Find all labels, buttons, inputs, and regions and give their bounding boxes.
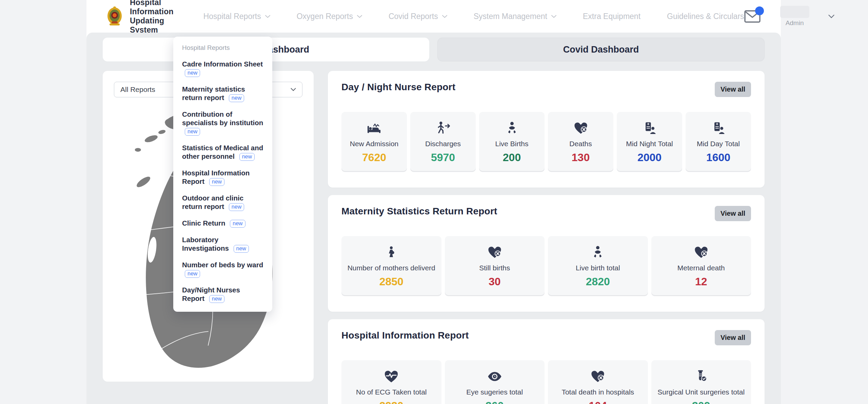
stat-value: 2820	[551, 275, 645, 288]
stat-tile-mid-day-total: Mid Day Total 1600	[686, 112, 751, 172]
app-title: Hospital Information Updating System	[130, 0, 174, 35]
chevron-down-icon	[265, 15, 270, 18]
stat-label: Meternal death	[654, 264, 749, 272]
stat-tile-live-birth-total: Live birth total 2820	[548, 236, 648, 296]
stat-label: Number of mothers deliverd	[344, 264, 439, 272]
nav-item-hospital-reports[interactable]: Hospital Reports	[203, 12, 270, 21]
new-badge: new	[185, 270, 200, 278]
stat-label: Eye sugeries total	[448, 388, 542, 396]
stat-tile-deaths: Deaths 130	[548, 112, 613, 172]
new-badge: new	[234, 245, 249, 253]
pregnant-woman-icon	[344, 245, 439, 259]
heart-cross-icon	[551, 369, 645, 384]
dropdown-item-day-night-nurses[interactable]: Day/Night Nurses Report new	[182, 286, 263, 303]
card-title: Hospital Information Report	[341, 330, 469, 341]
stat-tile-discharges: Discharges 5970	[410, 112, 476, 172]
chevron-down-icon	[442, 15, 447, 18]
stat-value: 104	[551, 400, 645, 404]
stat-value: 1600	[688, 151, 748, 164]
card-title: Day / Night Nurse Report	[341, 82, 455, 93]
stat-value: 200	[482, 151, 542, 164]
stat-tile-hospital-deaths: Total death in hospitals 104	[548, 360, 648, 404]
heart-cross-icon	[448, 245, 542, 259]
nav-item-covid-reports[interactable]: Covid Reports	[389, 12, 447, 21]
user-role-label: Admin	[786, 19, 804, 27]
report-filter-value: All Reports	[120, 85, 155, 94]
eye-icon	[448, 369, 542, 384]
app-window: Hospital Information Updating System Hos…	[86, 0, 781, 404]
view-all-button[interactable]: View all	[715, 206, 751, 221]
hospital-information-report-card: Hospital Information Report View all	[328, 319, 765, 404]
dropdown-item-cadre-information-sheet[interactable]: Cadre Information Sheet new	[182, 60, 263, 77]
dropdown-item-number-of-beds[interactable]: Number of beds by ward new	[182, 261, 263, 278]
dropdown-item-outdoor-clinic-return[interactable]: Outdoor and clinic return report new	[182, 194, 263, 211]
clipboard-person-icon	[619, 120, 679, 135]
user-menu[interactable]: Admin	[780, 6, 809, 27]
heartbeat-ecg-icon	[344, 369, 439, 384]
hospital-reports-dropdown: Hospital Reports Cadre Information Sheet…	[173, 37, 272, 312]
stat-label: Mid Day Total	[688, 140, 748, 148]
dropdown-item-laboratory-investigations[interactable]: Laboratory Investigations new	[182, 235, 263, 253]
chevron-down-icon[interactable]	[828, 15, 834, 18]
stat-label: New Admission	[344, 140, 404, 148]
heart-cross-icon	[654, 245, 749, 259]
stat-label: Surgical Unit surgeries total	[654, 388, 749, 396]
notification-dot	[755, 6, 764, 15]
stat-tile-mid-night-total: Mid Night Total 2000	[617, 112, 682, 172]
dropdown-item-maternity-statistics[interactable]: Maternity statistics return report new	[182, 85, 263, 102]
new-badge: new	[185, 128, 200, 136]
stat-label: Discharges	[413, 140, 473, 148]
stat-label: Total death in hospitals	[551, 388, 645, 396]
new-badge: new	[185, 69, 200, 77]
nav-item-oxygen-reports[interactable]: Oxygen Reports	[297, 12, 362, 21]
view-all-button[interactable]: View all	[715, 330, 751, 345]
bed-pulse-icon	[344, 120, 404, 135]
nav-menu: Hospital Reports Oxygen Reports Covid Re…	[203, 12, 744, 21]
nav-item-extra-equipment[interactable]: Extra Equipment	[583, 12, 640, 21]
clipboard-person-icon	[688, 120, 748, 135]
stat-tile-mothers-delivered: Number of mothers deliverd 2850	[341, 236, 441, 296]
stat-label: Deaths	[551, 140, 611, 148]
sri-lanka-emblem-logo	[105, 6, 124, 27]
mail-button[interactable]	[744, 9, 761, 23]
stat-value: 12	[654, 275, 749, 288]
chevron-down-icon	[291, 88, 296, 91]
brand: Hospital Information Updating System	[105, 0, 174, 35]
card-title: Maternity Statistics Return Report	[341, 206, 497, 217]
nav-right: Admin	[744, 6, 834, 27]
stat-label: Live birth total	[551, 264, 645, 272]
new-badge: new	[209, 295, 224, 303]
stat-label: No of ECG Taken total	[344, 388, 439, 396]
stat-tile-eye-surgeries: Eye sugeries total 360	[445, 360, 545, 404]
baby-icon	[551, 245, 645, 259]
new-badge: new	[229, 203, 244, 211]
stat-tile-maternal-death: Meternal death 12	[651, 236, 751, 296]
stat-tile-ecg-taken: No of ECG Taken total 2930	[341, 360, 441, 404]
stat-value: 360	[448, 400, 542, 404]
stat-value: 2850	[344, 275, 439, 288]
new-badge: new	[209, 178, 224, 186]
new-badge: new	[239, 153, 255, 161]
nav-item-guidelines-circulars[interactable]: Guidelines & Circulars	[667, 12, 744, 21]
stat-value: 130	[551, 151, 611, 164]
stat-tile-still-births: Still births 30	[445, 236, 545, 296]
report-cards-column: Day / Night Nurse Report View all	[328, 71, 765, 382]
stat-tile-surgical-unit: Surgical Unit surgeries total 309	[651, 360, 751, 404]
dropdown-item-hospital-information-report[interactable]: Hospital Information Report new	[182, 169, 263, 186]
stat-label: Mid Night Total	[619, 140, 679, 148]
stat-value: 30	[448, 275, 542, 288]
top-navbar: Hospital Information Updating System Hos…	[86, 0, 781, 33]
tab-covid-dashboard[interactable]: Covid Dashboard	[437, 38, 765, 61]
stat-tile-new-admission: New Admission 7620	[341, 112, 407, 172]
maternity-statistics-card: Maternity Statistics Return Report View …	[328, 195, 765, 312]
day-night-nurse-report-card: Day / Night Nurse Report View all	[328, 71, 765, 188]
chevron-down-icon	[357, 15, 362, 18]
nav-item-system-management[interactable]: System Management	[474, 12, 556, 21]
stat-value: 5970	[413, 151, 473, 164]
dropdown-item-statistics-medical-personnel[interactable]: Statistics of Medical and other personne…	[182, 143, 263, 161]
stat-value: 309	[654, 400, 749, 404]
dropdown-item-contribution-specialists[interactable]: Contribution of specialists by instituti…	[182, 110, 263, 136]
view-all-button[interactable]: View all	[715, 82, 751, 97]
chevron-down-icon	[551, 15, 556, 18]
dropdown-item-clinic-return[interactable]: Clinic Return new	[182, 219, 263, 228]
